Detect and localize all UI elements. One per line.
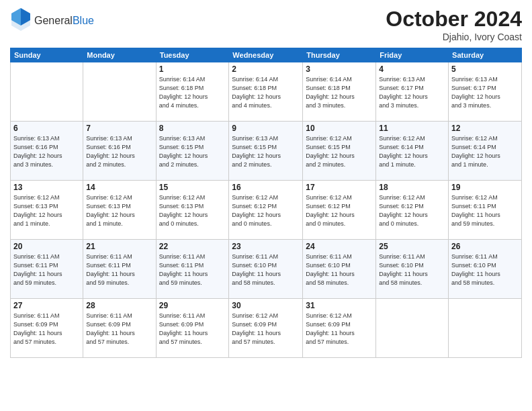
day-number: 6 (13, 124, 80, 133)
day-number: 12 (451, 124, 519, 133)
calendar-cell: 8Sunrise: 6:13 AM Sunset: 6:15 PM Daylig… (156, 122, 229, 181)
logo-icon (10, 7, 32, 32)
page: GeneralBlue October 2024 Djahio, Ivory C… (0, 0, 532, 411)
day-info: Sunrise: 6:11 AM Sunset: 6:10 PM Dayligh… (379, 253, 445, 287)
calendar-cell: 10Sunrise: 6:12 AM Sunset: 6:15 PM Dayli… (303, 122, 376, 181)
day-number: 31 (306, 301, 373, 310)
calendar-cell (449, 299, 522, 358)
day-info: Sunrise: 6:14 AM Sunset: 6:18 PM Dayligh… (159, 75, 226, 110)
day-number: 13 (13, 183, 80, 192)
day-info: Sunrise: 6:12 AM Sunset: 6:14 PM Dayligh… (379, 134, 445, 169)
day-number: 3 (306, 64, 373, 74)
calendar-cell: 3Sunrise: 6:14 AM Sunset: 6:18 PM Daylig… (303, 62, 376, 122)
day-info: Sunrise: 6:12 AM Sunset: 6:13 PM Dayligh… (159, 193, 226, 228)
calendar-cell: 31Sunrise: 6:12 AM Sunset: 6:09 PM Dayli… (303, 299, 376, 358)
calendar-cell: 17Sunrise: 6:12 AM Sunset: 6:12 PM Dayli… (303, 181, 376, 240)
day-number: 23 (232, 242, 300, 251)
day-number: 22 (159, 242, 226, 251)
day-number: 21 (86, 242, 152, 251)
day-number: 5 (451, 64, 519, 74)
calendar-cell: 20Sunrise: 6:11 AM Sunset: 6:11 PM Dayli… (11, 240, 83, 299)
day-info: Sunrise: 6:13 AM Sunset: 6:17 PM Dayligh… (379, 75, 445, 110)
day-number: 9 (232, 124, 300, 133)
calendar-week-4: 20Sunrise: 6:11 AM Sunset: 6:11 PM Dayli… (11, 240, 522, 299)
day-info: Sunrise: 6:12 AM Sunset: 6:11 PM Dayligh… (451, 193, 519, 228)
calendar-cell: 15Sunrise: 6:12 AM Sunset: 6:13 PM Dayli… (156, 181, 229, 240)
day-info: Sunrise: 6:12 AM Sunset: 6:13 PM Dayligh… (13, 193, 80, 228)
calendar-week-5: 27Sunrise: 6:11 AM Sunset: 6:09 PM Dayli… (11, 299, 522, 358)
calendar-cell: 22Sunrise: 6:11 AM Sunset: 6:11 PM Dayli… (156, 240, 229, 299)
day-number: 19 (451, 183, 519, 192)
day-info: Sunrise: 6:12 AM Sunset: 6:12 PM Dayligh… (379, 193, 445, 228)
calendar-cell (83, 62, 156, 122)
calendar-cell: 14Sunrise: 6:12 AM Sunset: 6:13 PM Dayli… (83, 181, 156, 240)
day-info: Sunrise: 6:11 AM Sunset: 6:10 PM Dayligh… (451, 253, 519, 287)
calendar-cell: 4Sunrise: 6:13 AM Sunset: 6:17 PM Daylig… (376, 62, 449, 122)
day-info: Sunrise: 6:13 AM Sunset: 6:16 PM Dayligh… (13, 134, 80, 169)
title-block: October 2024 Djahio, Ivory Coast (386, 7, 522, 42)
day-info: Sunrise: 6:12 AM Sunset: 6:09 PM Dayligh… (232, 312, 300, 347)
logo-general: General (34, 15, 73, 26)
day-header-friday: Friday (376, 48, 449, 62)
day-number: 24 (306, 242, 373, 251)
day-number: 1 (159, 64, 226, 74)
calendar-table: SundayMondayTuesdayWednesdayThursdayFrid… (10, 48, 522, 358)
calendar-cell: 23Sunrise: 6:11 AM Sunset: 6:10 PM Dayli… (229, 240, 303, 299)
logo: GeneralBlue (10, 7, 94, 35)
day-number: 15 (159, 183, 226, 192)
day-info: Sunrise: 6:12 AM Sunset: 6:12 PM Dayligh… (232, 193, 300, 228)
calendar-cell: 24Sunrise: 6:11 AM Sunset: 6:10 PM Dayli… (303, 240, 376, 299)
day-header-monday: Monday (83, 48, 156, 62)
day-info: Sunrise: 6:13 AM Sunset: 6:16 PM Dayligh… (86, 134, 152, 169)
day-number: 28 (86, 301, 152, 310)
day-number: 18 (379, 183, 445, 192)
day-info: Sunrise: 6:11 AM Sunset: 6:09 PM Dayligh… (86, 312, 152, 347)
day-number: 7 (86, 124, 152, 133)
calendar-week-3: 13Sunrise: 6:12 AM Sunset: 6:13 PM Dayli… (11, 181, 522, 240)
day-info: Sunrise: 6:12 AM Sunset: 6:15 PM Dayligh… (306, 134, 373, 169)
day-info: Sunrise: 6:11 AM Sunset: 6:09 PM Dayligh… (13, 312, 80, 347)
calendar-cell: 19Sunrise: 6:12 AM Sunset: 6:11 PM Dayli… (449, 181, 522, 240)
day-number: 8 (159, 124, 226, 133)
day-number: 20 (13, 242, 80, 251)
logo-blue: Blue (73, 15, 94, 26)
day-header-wednesday: Wednesday (229, 48, 303, 62)
day-header-sunday: Sunday (11, 48, 83, 62)
day-info: Sunrise: 6:11 AM Sunset: 6:11 PM Dayligh… (159, 253, 226, 287)
calendar-cell: 30Sunrise: 6:12 AM Sunset: 6:09 PM Dayli… (229, 299, 303, 358)
day-info: Sunrise: 6:13 AM Sunset: 6:15 PM Dayligh… (232, 134, 300, 169)
month-title: October 2024 (386, 7, 522, 32)
day-info: Sunrise: 6:14 AM Sunset: 6:18 PM Dayligh… (306, 75, 373, 110)
calendar-cell: 2Sunrise: 6:14 AM Sunset: 6:18 PM Daylig… (229, 62, 303, 122)
day-header-tuesday: Tuesday (156, 48, 229, 62)
calendar-cell (376, 299, 449, 358)
day-number: 2 (232, 64, 300, 74)
calendar-cell: 11Sunrise: 6:12 AM Sunset: 6:14 PM Dayli… (376, 122, 449, 181)
day-info: Sunrise: 6:11 AM Sunset: 6:10 PM Dayligh… (306, 253, 373, 287)
day-info: Sunrise: 6:12 AM Sunset: 6:09 PM Dayligh… (306, 312, 373, 347)
day-info: Sunrise: 6:13 AM Sunset: 6:15 PM Dayligh… (159, 134, 226, 169)
calendar-week-2: 6Sunrise: 6:13 AM Sunset: 6:16 PM Daylig… (11, 122, 522, 181)
calendar-cell: 1Sunrise: 6:14 AM Sunset: 6:18 PM Daylig… (156, 62, 229, 122)
calendar-week-1: 1Sunrise: 6:14 AM Sunset: 6:18 PM Daylig… (11, 62, 522, 122)
calendar-cell: 9Sunrise: 6:13 AM Sunset: 6:15 PM Daylig… (229, 122, 303, 181)
day-info: Sunrise: 6:11 AM Sunset: 6:09 PM Dayligh… (159, 312, 226, 347)
calendar-cell: 21Sunrise: 6:11 AM Sunset: 6:11 PM Dayli… (83, 240, 156, 299)
calendar-cell: 25Sunrise: 6:11 AM Sunset: 6:10 PM Dayli… (376, 240, 449, 299)
day-info: Sunrise: 6:14 AM Sunset: 6:18 PM Dayligh… (232, 75, 300, 110)
day-number: 10 (306, 124, 373, 133)
calendar-cell: 12Sunrise: 6:12 AM Sunset: 6:14 PM Dayli… (449, 122, 522, 181)
day-info: Sunrise: 6:11 AM Sunset: 6:10 PM Dayligh… (232, 253, 300, 287)
day-number: 25 (379, 242, 445, 251)
day-info: Sunrise: 6:12 AM Sunset: 6:14 PM Dayligh… (451, 134, 519, 169)
calendar-cell (11, 62, 83, 122)
calendar-cell: 27Sunrise: 6:11 AM Sunset: 6:09 PM Dayli… (11, 299, 83, 358)
calendar-cell: 16Sunrise: 6:12 AM Sunset: 6:12 PM Dayli… (229, 181, 303, 240)
day-number: 29 (159, 301, 226, 310)
calendar-cell: 6Sunrise: 6:13 AM Sunset: 6:16 PM Daylig… (11, 122, 83, 181)
calendar-cell: 26Sunrise: 6:11 AM Sunset: 6:10 PM Dayli… (449, 240, 522, 299)
calendar-cell: 29Sunrise: 6:11 AM Sunset: 6:09 PM Dayli… (156, 299, 229, 358)
header: GeneralBlue October 2024 Djahio, Ivory C… (10, 7, 522, 42)
calendar-cell: 28Sunrise: 6:11 AM Sunset: 6:09 PM Dayli… (83, 299, 156, 358)
calendar-cell: 13Sunrise: 6:12 AM Sunset: 6:13 PM Dayli… (11, 181, 83, 240)
